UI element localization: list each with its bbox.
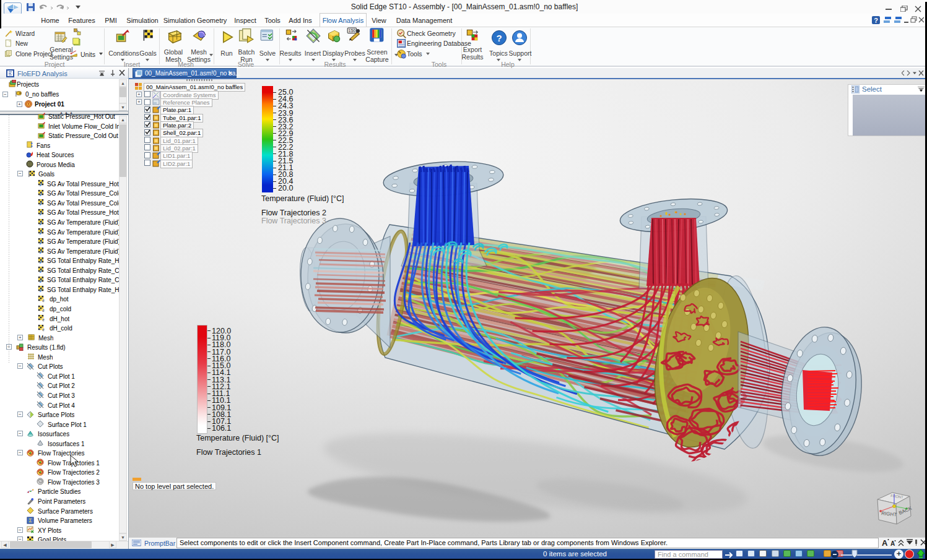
svg-text:?: ?: [496, 33, 502, 43]
svg-text:A: A: [882, 538, 888, 548]
svg-text:Σ: Σ: [28, 517, 32, 523]
svg-text:e: e: [42, 308, 45, 312]
svg-text:e: e: [42, 327, 45, 332]
svg-text:A: A: [890, 540, 895, 547]
svg-text:150: 150: [348, 28, 355, 33]
svg-text:?: ?: [874, 17, 878, 24]
svg-text:e: e: [42, 298, 45, 303]
svg-text:e: e: [42, 317, 45, 322]
